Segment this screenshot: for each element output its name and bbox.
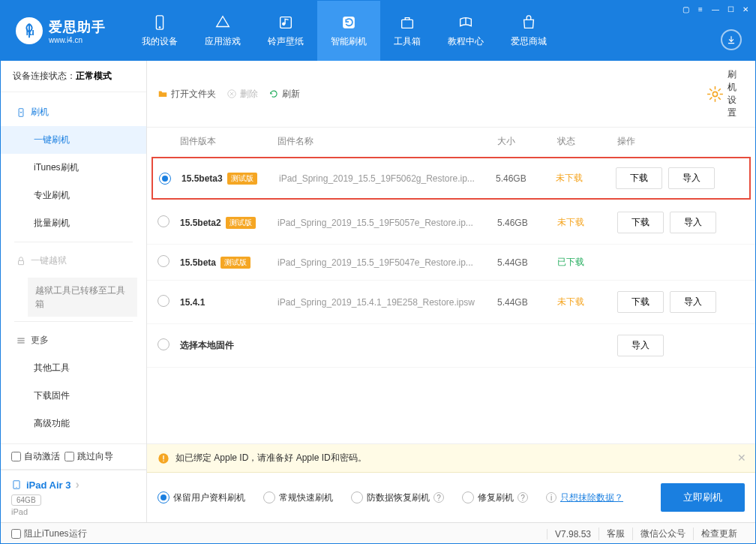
refresh-button[interactable]: 刷新 xyxy=(268,88,300,101)
radio-icon[interactable] xyxy=(158,491,170,503)
fw-version: 15.5beta2测试版 xyxy=(180,217,278,229)
layout-icon[interactable]: ▢ xyxy=(680,4,691,14)
close-icon[interactable]: ✕ xyxy=(740,4,751,14)
toolbar: 打开文件夹 删除 刷新 刷机设置 xyxy=(147,61,755,128)
gear-icon xyxy=(706,85,724,104)
wechat-link[interactable]: 微信公众号 xyxy=(632,527,693,540)
sidebar-advanced[interactable]: 高级功能 xyxy=(1,410,146,437)
sidebar-pro-flash[interactable]: 专业刷机 xyxy=(1,182,146,209)
download-button[interactable]: 下载 xyxy=(617,212,664,233)
sidebar-more-header[interactable]: 更多 xyxy=(1,326,146,354)
radio-icon[interactable] xyxy=(158,255,170,267)
radio-icon[interactable] xyxy=(462,491,474,503)
radio-icon[interactable] xyxy=(158,338,170,350)
import-button[interactable]: 导入 xyxy=(670,212,716,233)
fw-local-label: 选择本地固件 xyxy=(180,339,617,352)
fw-status: 未下载 xyxy=(556,172,616,185)
maximize-icon[interactable]: ☐ xyxy=(725,4,736,14)
nav-toolbox[interactable]: 工具箱 xyxy=(380,1,434,61)
logo-area: iu 爱思助手 www.i4.cn xyxy=(16,17,106,44)
status-bar: 阻止iTunes运行 V7.98.53 客服 微信公众号 检查更新 xyxy=(1,522,755,544)
fw-size: 5.44GB xyxy=(497,257,557,268)
flash-mode-bar: 保留用户资料刷机 常规快速刷机 防数据恢复刷机 ? 修复刷机 ? i xyxy=(147,473,755,522)
sidebar-download-fw[interactable]: 下载固件 xyxy=(1,382,146,410)
radio-icon[interactable] xyxy=(158,215,170,227)
sidebar-batch-flash[interactable]: 批量刷机 xyxy=(1,209,146,237)
col-name: 固件名称 xyxy=(278,135,497,148)
svg-point-15 xyxy=(712,92,717,96)
nav-apps[interactable]: 应用游戏 xyxy=(191,1,254,61)
beta-badge: 测试版 xyxy=(220,257,250,269)
firmware-row[interactable]: 15.5beta3测试版 iPad_Spring_2019_15.5_19F50… xyxy=(152,157,751,200)
chevron-right-icon: › xyxy=(75,478,79,491)
mode-keep-data[interactable]: 保留用户资料刷机 xyxy=(158,491,245,504)
minimize-icon[interactable]: — xyxy=(710,4,721,14)
warning-bar: 如已绑定 Apple ID，请准备好 Apple ID和密码。 ✕ xyxy=(147,444,755,473)
import-button[interactable]: 导入 xyxy=(617,335,664,356)
app-header: iu 爱思助手 www.i4.cn 我的设备 应用游戏 铃声壁纸 智能刷机 工具… xyxy=(1,1,755,61)
main-area: 打开文件夹 删除 刷新 刷机设置 固件版本 固件名称 大小 状态 操作 xyxy=(147,61,755,522)
app-title: 爱思助手 xyxy=(49,18,106,36)
mode-fast[interactable]: 常规快速刷机 xyxy=(263,491,333,504)
svg-rect-8 xyxy=(19,260,24,264)
sidebar-onekey-flash[interactable]: 一键刷机 xyxy=(1,126,146,154)
svg-point-2 xyxy=(159,26,160,28)
firmware-row[interactable]: 15.5beta测试版 iPad_Spring_2019_15.5_19F504… xyxy=(147,245,755,281)
divider xyxy=(14,321,133,322)
radio-icon[interactable] xyxy=(351,491,363,503)
update-link[interactable]: 检查更新 xyxy=(693,527,745,540)
fw-name: iPad_Spring_2019_15.5_19F5047e_Restore.i… xyxy=(278,257,497,268)
flash-now-button[interactable]: 立即刷机 xyxy=(661,483,745,512)
fw-size: 5.44GB xyxy=(497,297,557,308)
import-button[interactable]: 导入 xyxy=(670,291,716,313)
local-firmware-row[interactable]: 选择本地固件 导入 xyxy=(147,324,755,368)
device-info[interactable]: iPad Air 3 › 64GB iPad xyxy=(1,470,146,524)
radio-icon[interactable] xyxy=(159,173,171,185)
block-itunes-checkbox[interactable]: 阻止iTunes运行 xyxy=(11,527,87,540)
firmware-row[interactable]: 15.5beta2测试版 iPad_Spring_2019_15.5_19F50… xyxy=(147,201,755,245)
connection-status: 设备连接状态：正常模式 xyxy=(1,61,146,92)
warning-close-icon[interactable]: ✕ xyxy=(737,452,746,464)
import-button[interactable]: 导入 xyxy=(668,167,715,189)
nav-store[interactable]: 爱思商城 xyxy=(497,1,560,61)
storage-badge: 64GB xyxy=(11,494,41,506)
fw-version: 15.5beta3测试版 xyxy=(182,173,279,185)
flash-settings-button[interactable]: 刷机设置 xyxy=(706,68,745,119)
help-icon[interactable]: ? xyxy=(434,492,444,503)
download-button[interactable]: 下载 xyxy=(617,291,664,313)
nav-device[interactable]: 我的设备 xyxy=(128,1,191,61)
col-status: 状态 xyxy=(557,135,617,148)
support-link[interactable]: 客服 xyxy=(598,527,632,540)
nav-media[interactable]: 铃声壁纸 xyxy=(254,1,317,61)
table-header: 固件版本 固件名称 大小 状态 操作 xyxy=(147,128,755,155)
open-folder-button[interactable]: 打开文件夹 xyxy=(158,88,216,101)
auto-activate-checkbox[interactable]: 自动激活 xyxy=(11,450,60,463)
mode-anti-recovery[interactable]: 防数据恢复刷机 ? xyxy=(351,491,444,504)
svg-rect-17 xyxy=(163,455,164,459)
sidebar-flash-header[interactable]: 刷机 xyxy=(1,98,146,126)
sidebar-other-tools[interactable]: 其他工具 xyxy=(1,354,146,382)
svg-rect-6 xyxy=(402,20,413,28)
nav-flash[interactable]: 智能刷机 xyxy=(317,1,380,61)
sidebar-itunes-flash[interactable]: iTunes刷机 xyxy=(1,154,146,182)
firmware-row[interactable]: 15.4.1 iPad_Spring_2019_15.4.1_19E258_Re… xyxy=(147,281,755,324)
logo-icon: iu xyxy=(16,17,43,44)
col-version: 固件版本 xyxy=(180,135,278,148)
erase-data-link[interactable]: i 只想抹除数据？ xyxy=(546,491,623,504)
download-indicator[interactable] xyxy=(721,29,742,50)
version-label[interactable]: V7.98.53 xyxy=(547,529,598,539)
fw-size: 5.46GB xyxy=(496,173,556,184)
radio-icon[interactable] xyxy=(263,491,275,503)
svg-text:iu: iu xyxy=(26,26,34,38)
help-icon[interactable]: ? xyxy=(518,492,528,503)
col-size: 大小 xyxy=(497,135,557,148)
auto-options: 自动激活 跳过向导 xyxy=(1,443,146,470)
info-icon: i xyxy=(546,492,556,503)
nav-tutorial[interactable]: 教程中心 xyxy=(434,1,497,61)
download-button[interactable]: 下载 xyxy=(616,167,662,189)
mode-repair[interactable]: 修复刷机 ? xyxy=(462,491,528,504)
skip-guide-checkbox[interactable]: 跳过向导 xyxy=(64,450,113,463)
menu-icon[interactable]: ≡ xyxy=(695,4,706,14)
radio-icon[interactable] xyxy=(158,295,170,307)
fw-status: 未下载 xyxy=(557,216,617,229)
